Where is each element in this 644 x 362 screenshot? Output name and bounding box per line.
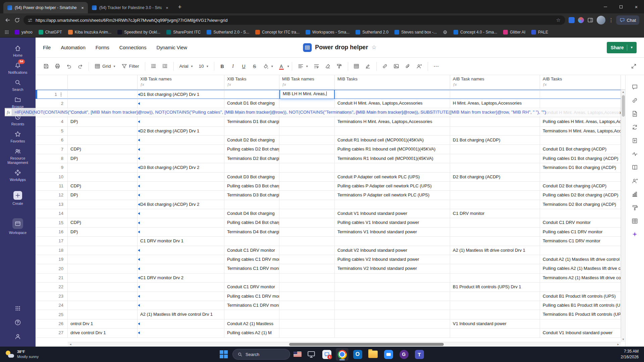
scroll-right-icon[interactable]: ► [617, 342, 620, 347]
cell-r8-mib_task[interactable]: Terminations R1 Inbound cell (MCP0001)(4… [335, 154, 450, 163]
cell-r23-mib_name[interactable] [279, 292, 335, 301]
cell-r10-partial[interactable] [68, 173, 138, 182]
profile-avatar[interactable] [597, 16, 605, 24]
cell-r2-mib_name[interactable] [279, 99, 335, 108]
cell-r6-xib_task[interactable]: Conduit D2 Bot charging [224, 136, 279, 145]
contacts-icon[interactable] [632, 178, 638, 184]
cell-r26-aib_task[interactable] [540, 319, 621, 328]
cell-r27-rownum[interactable]: 27 [36, 328, 68, 338]
cell-r15-xib_name[interactable] [138, 218, 224, 227]
favorite-star-icon[interactable]: ☆ [371, 44, 376, 51]
menu-connections[interactable]: Connections [119, 45, 147, 50]
cell-r26-rownum[interactable]: 26 [36, 319, 68, 328]
cell-r10-aib_task[interactable] [540, 173, 621, 182]
cell-r4-rownum[interactable]: 4 [36, 117, 68, 126]
apps-shortcut-icon[interactable] [4, 29, 9, 35]
cell-r20-mib_task[interactable]: Terminations V2 Inbound standard power [335, 264, 450, 273]
cell-r6-aib_name[interactable]: D1 Bot charging (ACDP) [450, 136, 540, 145]
extension-icon-2[interactable] [578, 17, 584, 23]
cell-r6-partial[interactable] [68, 136, 138, 145]
cell-r7-aib_name[interactable] [450, 145, 540, 154]
bookmark-item[interactable]: Concept for ITC tra... [253, 29, 302, 36]
cell-r13-aib_name[interactable] [450, 200, 540, 209]
more-options-button[interactable]: ⋯ [432, 62, 441, 71]
taskbar-clock[interactable]: 7:35 AM 2/16/2026 [621, 349, 639, 360]
cell-r20-xib_task[interactable]: Terminations C1 DRV monitor [224, 264, 279, 273]
sidebar-item-browse[interactable]: Browse [0, 96, 36, 109]
tab-close-icon[interactable]: × [80, 5, 85, 10]
account-icon[interactable] [14, 333, 21, 340]
cell-r24-xib_task[interactable]: Terminations C1 DRV monitor [224, 301, 279, 310]
cell-r14-partial[interactable] [68, 209, 138, 218]
cell-r22-xib_name[interactable] [138, 283, 224, 292]
cell-r25-aib_task[interactable]: Terminations B1 Product lift controls (U… [540, 310, 621, 319]
cell-r11-aib_name[interactable] [450, 182, 540, 191]
cell-r7-partial[interactable]: CDP) [68, 145, 138, 154]
cell-r20-aib_task[interactable]: Pulling cables A2 (1) Mastless lift driv… [540, 264, 621, 273]
cell-r20-rownum[interactable]: 20 [36, 264, 68, 273]
share-button[interactable]: Share ▾ [607, 42, 637, 53]
cell-r19-rownum[interactable]: 19 [36, 255, 68, 264]
cell-r17-partial[interactable] [68, 237, 138, 246]
menu-dynamic-view[interactable]: Dynamic View [156, 45, 187, 50]
cell-r10-aib_name[interactable]: D2 Bot charging (ACDP) [450, 173, 540, 182]
cell-r5-xib_name[interactable]: D2 Bot charging (ACDP) Drv 1 [138, 127, 224, 136]
cell-r15-xib_task[interactable]: Pulling cables D4 Bot charging [224, 218, 279, 227]
bookmark-item[interactable]: Speedtest by Ookl... [115, 29, 163, 36]
cell-r5-rownum[interactable]: 5 [36, 127, 68, 136]
fill-color-button[interactable]: ▾ [261, 62, 275, 71]
cell-r7-rownum[interactable]: 7 [36, 145, 68, 154]
goto-icon[interactable]: G [397, 348, 410, 361]
taskbar-search[interactable]: Search [232, 349, 290, 360]
cell-r21-xib_task[interactable] [224, 274, 279, 283]
cell-r9-partial[interactable] [68, 163, 138, 172]
cell-r5-mib_name[interactable] [279, 127, 335, 136]
bookmark-item[interactable]: Kiba Inuzuka Anim... [65, 29, 114, 36]
cell-r12-mib_task[interactable]: Terminations P Adapter cell newtork PLC … [335, 191, 450, 200]
scroll-left-icon[interactable]: ◄ [69, 342, 72, 347]
cell-r11-mib_task[interactable]: Pulling cables P Adapter cell newtork PL… [335, 182, 450, 191]
bookmark-item[interactable]: ChatGPT [36, 29, 65, 36]
cell-r23-xib_name[interactable] [138, 292, 224, 301]
cell-r20-partial[interactable] [68, 264, 138, 273]
cell-r9-aib_name[interactable] [450, 163, 540, 172]
cell-r8-xib_name[interactable] [138, 154, 224, 163]
bookmark-item[interactable]: SharePoint ITC [164, 29, 203, 36]
cell-r17-mib_name[interactable] [279, 237, 335, 246]
cell-r13-xib_name[interactable]: D4 Bot charging (ACDP) Drv 2 [138, 200, 224, 209]
cell-r26-partial[interactable]: ontrol Drv 1 [68, 319, 138, 328]
site-settings-icon[interactable] [28, 18, 33, 23]
cell-r10-mib_task[interactable]: Conduit P Adapter cell newtork PLC (UPS) [335, 173, 450, 182]
phone-link-icon[interactable]: 1 [320, 348, 333, 361]
cell-r27-xib_name[interactable] [138, 328, 224, 338]
sidebar-item-workspace[interactable]: Workspace [0, 218, 36, 235]
bold-button[interactable]: B [218, 62, 227, 71]
window-minimize-button[interactable] [598, 0, 613, 13]
attachments-icon[interactable] [632, 97, 638, 104]
cell-r22-mib_task[interactable] [335, 283, 450, 292]
new-tab-button[interactable]: + [175, 2, 184, 12]
cell-r2-xib_task[interactable]: Conduit D1 Bot charging [224, 99, 279, 108]
cell-r18-mib_name[interactable] [279, 246, 335, 255]
horizontal-scroll-thumb[interactable] [289, 343, 444, 346]
cell-r15-mib_name[interactable] [279, 218, 335, 227]
wrap-text-button[interactable] [312, 62, 321, 71]
proofs-icon[interactable] [632, 111, 638, 117]
bookmark-item[interactable]: Sutherland 2.0 - S... [204, 29, 252, 36]
cell-r20-mib_name[interactable] [279, 264, 335, 273]
cell-r12-xib_name[interactable] [138, 191, 224, 200]
card-view-icon[interactable] [632, 218, 638, 224]
redo-button[interactable] [75, 62, 85, 71]
cell-r6-mib_task[interactable]: Conduit R1 Inbound cell (MCP0001)(45KVA) [335, 136, 450, 145]
cell-r14-mib_name[interactable] [279, 209, 335, 218]
browser-tab[interactable]: (54) Power drop helper - Smartshe× [3, 2, 88, 13]
cell-r26-mib_name[interactable] [279, 319, 335, 328]
cell-r19-partial[interactable] [68, 255, 138, 264]
cell-r11-xib_name[interactable] [138, 182, 224, 191]
image-button[interactable] [392, 62, 401, 71]
cell-r11-xib_task[interactable]: Pulling cables D3 Bot charging [224, 182, 279, 191]
cell-r8-aib_name[interactable] [450, 154, 540, 163]
cell-r10-rownum[interactable]: 10 [36, 173, 68, 182]
sidebar-item-create[interactable]: Create [0, 191, 36, 206]
zoom-icon[interactable] [382, 348, 395, 361]
